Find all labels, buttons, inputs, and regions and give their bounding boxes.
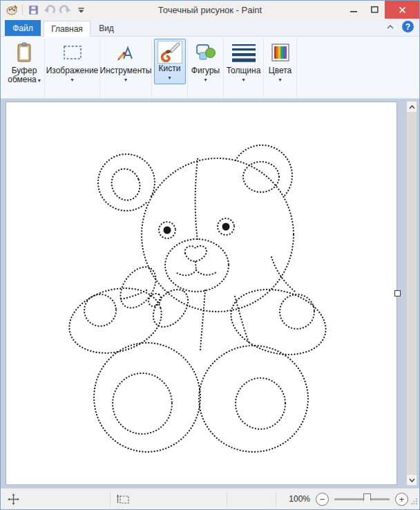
minimize-button[interactable]	[343, 1, 364, 19]
group-tools: Инструменты ▾	[100, 39, 152, 98]
scroll-up-button[interactable]	[407, 102, 417, 112]
zoom-controls: 100% − +	[289, 493, 419, 506]
qat-dropdown-icon	[77, 6, 85, 14]
brushes-dropdown-button[interactable]: Кисти ▾	[154, 39, 186, 84]
scroll-up-icon	[409, 105, 415, 109]
zoom-level: 100%	[289, 494, 310, 504]
zoom-slider-track[interactable]	[334, 498, 390, 500]
group-image: Изображение ▾	[45, 39, 100, 98]
clipboard-dropdown-button[interactable]: Буфер обмена▾	[4, 39, 44, 84]
tools-dropdown-button[interactable]: Инструменты ▾	[100, 39, 151, 83]
selection-size-segment	[111, 489, 227, 509]
shapes-dropdown-button[interactable]: Фигуры ▾	[188, 39, 223, 83]
canvas-resize-handle[interactable]	[394, 290, 401, 296]
paint-window: Точечный рисунок - Paint Файл Гл	[0, 0, 420, 510]
chevron-up-icon	[387, 25, 394, 29]
resize-grip[interactable]	[410, 495, 418, 508]
tools-icon	[116, 41, 135, 64]
group-label: Цвета	[269, 66, 292, 75]
minimize-icon	[350, 7, 358, 13]
zoom-in-button[interactable]: +	[395, 493, 408, 506]
tab-home[interactable]: Главная	[44, 21, 90, 37]
group-label-line2: обмена▾	[8, 75, 41, 84]
undo-icon	[44, 5, 55, 15]
scrollbar-track[interactable]	[407, 112, 417, 475]
group-label: Инструменты	[100, 66, 152, 75]
dropdown-arrow-icon: ▾	[278, 77, 281, 83]
brush-icon	[158, 41, 182, 64]
dropdown-arrow-icon: ▾	[242, 77, 245, 83]
undo-button[interactable]	[42, 3, 56, 17]
vertical-scrollbar[interactable]	[406, 101, 417, 486]
tab-file[interactable]: Файл	[5, 20, 41, 36]
paint-app-icon	[5, 3, 19, 17]
dropdown-arrow-icon: ▾	[168, 75, 171, 81]
tab-view[interactable]: Вид	[90, 20, 122, 36]
dropdown-arrow-icon: ▾	[38, 77, 41, 84]
group-clipboard: Буфер обмена▾	[4, 39, 45, 98]
dropdown-arrow-icon: ▾	[124, 77, 127, 83]
titlebar: Точечный рисунок - Paint	[1, 1, 419, 19]
colors-dropdown-button[interactable]: Цвета ▾	[264, 39, 296, 83]
group-size: Толщина ▾	[224, 39, 264, 98]
shapes-icon	[195, 41, 216, 64]
scroll-down-button[interactable]	[407, 475, 417, 485]
teddy-bear-dotted-drawing	[6, 102, 397, 484]
save-button[interactable]	[26, 3, 40, 17]
selection-size-icon	[116, 494, 129, 504]
maximize-button[interactable]	[364, 1, 385, 19]
clipboard-icon	[15, 41, 33, 64]
cursor-position-segment	[8, 489, 110, 509]
window-controls	[343, 1, 419, 19]
statusbar-separator	[276, 492, 276, 506]
zoom-slider-thumb[interactable]	[363, 493, 371, 505]
redo-button[interactable]	[58, 3, 72, 17]
save-icon	[28, 5, 39, 15]
group-colors: Цвета ▾	[264, 39, 297, 98]
quick-access-toolbar	[1, 3, 88, 17]
statusbar: 100% − +	[1, 488, 419, 509]
group-label: Кисти	[159, 64, 181, 73]
drawing-canvas[interactable]	[6, 102, 397, 484]
group-shapes: Фигуры ▾	[188, 39, 224, 98]
maximize-icon	[371, 6, 379, 13]
qat-separator	[22, 5, 23, 15]
size-dropdown-button[interactable]: Толщина ▾	[224, 39, 263, 83]
group-label: Толщина	[227, 66, 261, 75]
image-dropdown-button[interactable]: Изображение ▾	[45, 39, 99, 83]
thickness-icon	[231, 41, 256, 64]
close-icon	[399, 6, 406, 14]
collapse-ribbon-button[interactable]	[385, 22, 396, 32]
help-button[interactable]: ?	[402, 21, 414, 32]
group-label: Фигуры	[191, 66, 220, 75]
scroll-down-icon	[409, 478, 415, 482]
redo-icon	[59, 5, 71, 15]
zoom-slider[interactable]	[334, 493, 390, 506]
cursor-position-icon	[8, 493, 19, 505]
group-brushes: Кисти ▾	[152, 39, 188, 98]
close-button[interactable]	[385, 1, 419, 19]
dropdown-arrow-icon: ▾	[204, 77, 207, 83]
canvas-area	[1, 99, 419, 488]
ribbon: Буфер обмена▾ Изображение ▾	[1, 37, 419, 99]
qat-customize-button[interactable]	[74, 3, 88, 17]
palette-icon	[271, 41, 289, 64]
select-icon	[63, 41, 82, 64]
dropdown-arrow-icon: ▾	[70, 77, 73, 83]
tabrow-right: ?	[385, 21, 419, 36]
ribbon-tab-row: Файл Главная Вид ?	[1, 19, 419, 37]
zoom-out-button[interactable]: −	[316, 493, 329, 506]
image-size-segment	[227, 489, 276, 509]
group-label: Изображение	[46, 66, 99, 75]
